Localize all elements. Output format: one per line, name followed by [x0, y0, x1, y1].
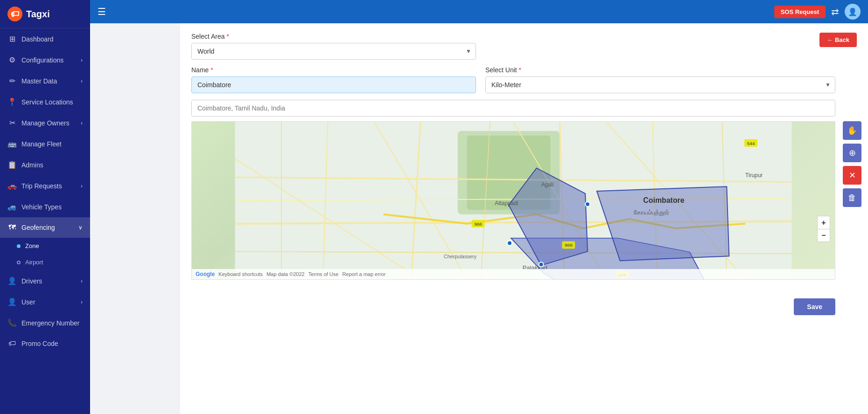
- map-section: Coimbatore கோயம்புத்தூர் Tirupur Malappu…: [191, 121, 835, 280]
- chevron-down-icon: ∨: [78, 224, 83, 231]
- sidebar-item-manage-fleet[interactable]: 🚌 Manage Fleet: [0, 133, 90, 154]
- sidebar: 🏷 Tagxi ⊞ Dashboard ⚙ Configurations › ✏…: [0, 0, 90, 414]
- map-terms[interactable]: Terms of Use: [308, 271, 339, 277]
- avatar[interactable]: 👤: [845, 4, 861, 20]
- delete-zone-button[interactable]: 🗑: [843, 188, 861, 207]
- sidebar-item-promo-code[interactable]: 🏷 Promo Code: [0, 333, 90, 354]
- chevron-right-icon: ›: [81, 120, 83, 126]
- add-point-button[interactable]: ⊕: [843, 144, 861, 162]
- map-tools-panel: ✋ ⊕ ✕ 🗑: [843, 121, 861, 207]
- topbar-right: SOS Request ⇄ 👤: [774, 4, 861, 20]
- sidebar-item-master-data[interactable]: ✏ Master Data ›: [0, 70, 90, 91]
- zoom-in-button[interactable]: +: [817, 216, 830, 229]
- sidebar-item-geofencing[interactable]: 🗺 Geofencing ∨: [0, 217, 90, 238]
- location-icon: 📍: [7, 97, 17, 106]
- svg-point-30: [539, 262, 544, 267]
- geofencing-icon: 🗺: [7, 223, 17, 232]
- trip-icon: 🚗: [7, 181, 17, 190]
- svg-text:கோயம்புத்தூர்: கோயம்புத்தூர்: [634, 209, 669, 216]
- save-button[interactable]: Save: [794, 298, 835, 315]
- sidebar-item-manage-owners[interactable]: ✂ Manage Owners ›: [0, 112, 90, 133]
- logo-text: Tagxi: [26, 9, 50, 20]
- sidebar-item-label: Emergency Number: [21, 319, 80, 327]
- name-label: Name *: [191, 66, 476, 74]
- select-unit-wrapper: Kilo-Meter ▼: [485, 76, 835, 93]
- location-search-input[interactable]: [191, 100, 835, 117]
- chevron-right-icon: ›: [81, 57, 83, 63]
- sidebar-item-label: Service Locations: [21, 98, 73, 106]
- remove-point-button[interactable]: ✕: [843, 166, 861, 185]
- sidebar-item-label: Drivers: [21, 277, 42, 285]
- chevron-right-icon: ›: [81, 78, 83, 84]
- sidebar-item-label: User: [21, 298, 35, 306]
- map-zoom-controls: + −: [817, 216, 830, 242]
- sidebar-item-emergency-number[interactable]: 📞 Emergency Number: [0, 312, 90, 333]
- owners-icon: ✂: [7, 118, 17, 127]
- sidebar-item-label: Configurations: [21, 56, 63, 64]
- sidebar-item-configurations[interactable]: ⚙ Configurations ›: [0, 49, 90, 70]
- sidebar-item-service-locations[interactable]: 📍 Service Locations: [0, 91, 90, 112]
- svg-text:544: 544: [747, 141, 755, 146]
- sidebar-sub-label: Zone: [25, 242, 39, 249]
- sidebar-sub-zone[interactable]: Zone: [0, 238, 90, 254]
- chevron-right-icon: ›: [81, 183, 83, 189]
- map-container[interactable]: Coimbatore கோயம்புத்தூர் Tirupur Malappu…: [191, 121, 835, 280]
- sidebar-item-label: Vehicle Types: [21, 203, 62, 211]
- map-report[interactable]: Report a map error: [342, 271, 385, 277]
- sidebar-item-drivers[interactable]: 👤 Drivers ›: [0, 270, 90, 291]
- main-content: ← Back Select Area * World ▼ Name *: [180, 23, 868, 414]
- select-unit-label: Select Unit *: [485, 66, 835, 74]
- select-unit-dropdown[interactable]: Kilo-Meter: [485, 76, 835, 93]
- svg-point-29: [507, 241, 512, 245]
- zoom-out-button[interactable]: −: [817, 229, 830, 242]
- chevron-right-icon: ›: [81, 299, 83, 305]
- svg-text:Coimbatore: Coimbatore: [643, 196, 684, 204]
- sidebar-item-dashboard[interactable]: ⊞ Dashboard: [0, 28, 90, 49]
- select-area-wrapper: World ▼: [191, 43, 476, 60]
- svg-text:966: 966: [474, 221, 482, 227]
- vehicle-icon: 🚙: [7, 202, 17, 211]
- dot-icon: [17, 244, 21, 248]
- chevron-right-icon: ›: [81, 278, 83, 284]
- master-data-icon: ✏: [7, 76, 17, 85]
- map-copyright: Map data ©2022: [266, 271, 305, 277]
- back-button[interactable]: ← Back: [819, 33, 857, 47]
- dashboard-icon: ⊞: [7, 34, 17, 43]
- sidebar-sub-label: Airport: [25, 259, 43, 266]
- svg-text:966: 966: [565, 242, 573, 248]
- svg-text:Attappadi: Attappadi: [495, 200, 518, 207]
- fleet-icon: 🚌: [7, 139, 17, 148]
- select-area-dropdown[interactable]: World: [191, 43, 476, 60]
- admins-icon: 📋: [7, 160, 17, 169]
- svg-text:Tirupur: Tirupur: [745, 172, 763, 179]
- drivers-icon: 👤: [7, 276, 17, 285]
- sidebar-item-user[interactable]: 👤 User ›: [0, 291, 90, 312]
- required-mark: *: [227, 33, 229, 40]
- form-actions: Save: [191, 289, 835, 315]
- configurations-icon: ⚙: [7, 55, 17, 64]
- map-footer: Google Keyboard shortcuts Map data ©2022…: [192, 269, 835, 279]
- sidebar-item-label: Geofencing: [21, 224, 55, 231]
- sidebar-item-admins[interactable]: 📋 Admins: [0, 154, 90, 175]
- map-svg: Coimbatore கோயம்புத்தூர் Tirupur Malappu…: [192, 122, 835, 279]
- map-keyboard-shortcuts[interactable]: Keyboard shortcuts: [218, 271, 263, 277]
- dot-icon: [17, 261, 21, 264]
- translate-icon[interactable]: ⇄: [831, 6, 839, 17]
- logo-icon: 🏷: [7, 7, 22, 21]
- sidebar-item-label: Manage Fleet: [21, 140, 62, 148]
- sidebar-sub-airport[interactable]: Airport: [0, 254, 90, 270]
- select-area-label: Select Area *: [191, 33, 476, 40]
- name-input[interactable]: [191, 76, 476, 93]
- sidebar-logo: 🏷 Tagxi: [0, 0, 90, 28]
- svg-text:Agali: Agali: [541, 181, 553, 188]
- sidebar-item-trip-requests[interactable]: 🚗 Trip Requests ›: [0, 175, 90, 196]
- emergency-icon: 📞: [7, 318, 17, 327]
- hand-tool-button[interactable]: ✋: [843, 121, 861, 140]
- hamburger-button[interactable]: ☰: [98, 6, 106, 17]
- sidebar-item-label: Manage Owners: [21, 119, 70, 127]
- promo-icon: 🏷: [7, 339, 17, 348]
- sos-request-button[interactable]: SOS Request: [774, 6, 826, 18]
- sidebar-item-label: Promo Code: [21, 340, 58, 347]
- sidebar-item-vehicle-types[interactable]: 🚙 Vehicle Types: [0, 196, 90, 217]
- svg-point-28: [585, 202, 590, 207]
